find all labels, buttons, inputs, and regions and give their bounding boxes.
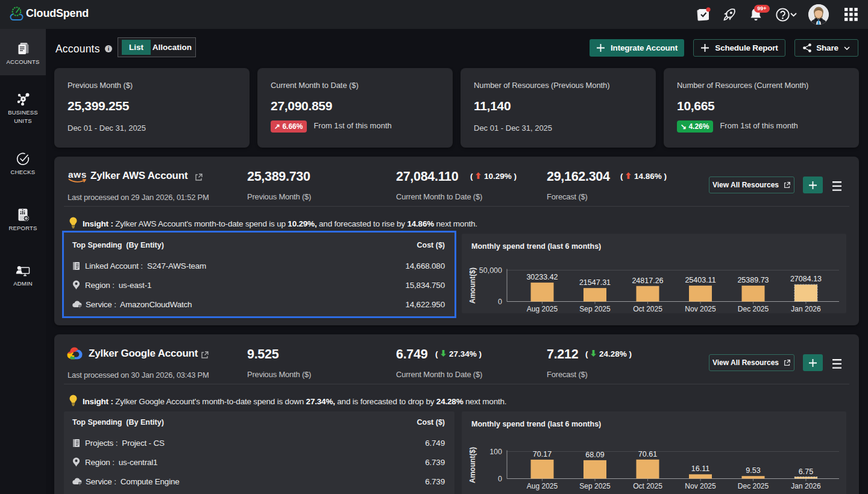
svg-text:Aug 2025: Aug 2025 [527, 305, 558, 313]
svg-text:Jan 2026: Jan 2026 [791, 305, 821, 313]
svg-text:Jan 2026: Jan 2026 [791, 482, 821, 490]
svg-text:0: 0 [498, 298, 502, 306]
svg-text:6.75: 6.75 [799, 467, 813, 476]
svg-text:Oct 2025: Oct 2025 [633, 482, 662, 490]
svg-text:Nov 2025: Nov 2025 [685, 482, 716, 490]
svg-text:68.09: 68.09 [585, 451, 604, 459]
svg-text:Nov 2025: Nov 2025 [685, 305, 716, 313]
svg-text:Dec 2025: Dec 2025 [738, 482, 769, 490]
svg-text:Amount($): Amount($) [468, 267, 477, 304]
svg-text:16.11: 16.11 [691, 464, 709, 473]
svg-text:24817.26: 24817.26 [632, 277, 663, 285]
svg-text:0: 0 [498, 475, 502, 483]
svg-text:100: 100 [489, 448, 502, 456]
svg-text:Oct 2025: Oct 2025 [633, 305, 662, 313]
svg-text:Aug 2025: Aug 2025 [527, 482, 558, 490]
svg-text:27084.13: 27084.13 [790, 275, 822, 283]
svg-text:25389.73: 25389.73 [737, 276, 769, 284]
svg-text:9.53: 9.53 [746, 466, 760, 475]
svg-text:aws: aws [68, 169, 87, 180]
svg-text:50,000: 50,000 [479, 266, 502, 275]
svg-text:70.17: 70.17 [533, 450, 552, 458]
svg-text:25403.11: 25403.11 [685, 276, 715, 284]
svg-text:21547.31: 21547.31 [579, 278, 611, 287]
svg-text:Dec 2025: Dec 2025 [738, 305, 769, 313]
svg-text:Amount($): Amount($) [468, 447, 477, 483]
svg-text:70.61: 70.61 [638, 450, 657, 458]
svg-text:Sep 2025: Sep 2025 [579, 305, 611, 313]
svg-text:Sep 2025: Sep 2025 [579, 482, 611, 490]
svg-text:30233.42: 30233.42 [526, 273, 558, 281]
